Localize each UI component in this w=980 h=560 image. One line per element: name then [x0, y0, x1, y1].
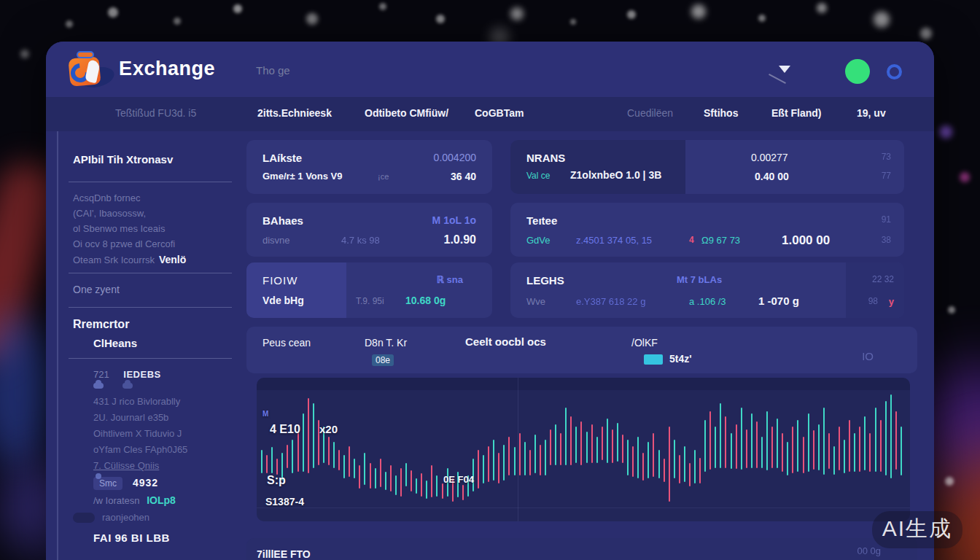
card-row-label: Wve: [526, 296, 545, 307]
filter-col-1[interactable]: Peus cean: [262, 337, 311, 349]
card-leghs[interactable]: LEGHS Mt 7 bLAs 22 32 Wve e.Y387 618 22 …: [510, 262, 904, 318]
card-red-marker: y: [889, 296, 894, 307]
divider: [69, 182, 232, 182]
nav-item-8[interactable]: 19, uv: [857, 107, 886, 119]
card-side-bottom: 77: [882, 171, 891, 181]
card-dark-section: [846, 262, 904, 318]
chart-badge: M: [262, 410, 268, 418]
nav-item-4[interactable]: CoGBTam: [475, 107, 524, 119]
stat-label: IEDEBS: [123, 369, 160, 380]
search-input[interactable]: [256, 61, 351, 79]
brand-title: Exchange: [119, 58, 215, 80]
card-row-mid: 4.7 ks 98: [341, 235, 380, 246]
sidebar-link[interactable]: oYfam Cles FAph0J65: [93, 444, 232, 455]
sidebar-link[interactable]: 7. Cülisse Qniis: [93, 460, 232, 471]
sidebar-single-link[interactable]: One zyent: [73, 284, 232, 295]
card-row-value: 1.000 00: [782, 233, 830, 248]
sidebar-link[interactable]: ol Sbenwo mes Iceais: [73, 223, 232, 234]
sidebar-section2-sub[interactable]: ClHeans: [93, 337, 232, 349]
filter-col-2[interactable]: D8n T. Kr: [365, 337, 407, 349]
sidebar-link[interactable]: AcsqDnb fornec: [73, 192, 232, 203]
avatar[interactable]: [845, 59, 870, 84]
card-row-value: 1.0.90: [444, 233, 476, 246]
card-title: LAíkste: [262, 152, 302, 164]
divider: [69, 273, 232, 273]
card-title: BAhaes: [262, 214, 303, 227]
dropdown-underline: [769, 74, 786, 84]
sidebar-link[interactable]: 431 J rico Bivlorablly: [93, 396, 232, 407]
card-row-label: Gme/r± 1 Vons V9: [262, 171, 343, 182]
app-header: Exchange: [46, 42, 934, 97]
ai-watermark: AI生成: [872, 511, 962, 548]
bottom-bar-left: 7illlEE FTO: [257, 548, 311, 560]
filter-bar: Peus cean D8n T. Kr Ceelt oocbl ocs /OlK…: [246, 327, 917, 373]
card-corner: 22 32: [872, 274, 894, 284]
divider: [69, 358, 232, 359]
card-corner2: 98: [868, 296, 878, 306]
status-ring-icon[interactable]: [887, 64, 902, 79]
main-content: LAíkste 0.004200 Gme/r± 1 Vons V9 ¡ce 36…: [246, 131, 917, 560]
card-title: Teıtee: [526, 214, 557, 227]
toggle-switch[interactable]: [73, 513, 95, 523]
card-fiolw[interactable]: FIOIW ℝ sna Vde bHg T.9. 95i 10.68 0g: [246, 262, 492, 318]
teal-row-value: IOLp8: [147, 494, 176, 506]
sidebar-link[interactable]: Oi ocv 8 pzwe dl Cercofi: [73, 238, 232, 249]
bottom-bar-right: 00 0g: [857, 545, 881, 556]
card-laikste[interactable]: LAíkste 0.004200 Gme/r± 1 Vons V9 ¡ce 36…: [246, 140, 492, 194]
nav-item-2[interactable]: 2itts.Echnieesk: [257, 107, 332, 119]
card-dark-section: [510, 140, 685, 194]
card-row-blue: e.Y387 618 22 g: [576, 296, 645, 307]
sidebar-link[interactable]: 2U. Journarl e35b: [93, 412, 232, 423]
nav-item-5[interactable]: Cuedilëen: [627, 107, 673, 119]
filter-col-3[interactable]: Ceelt oocbl ocs: [465, 335, 546, 348]
chevron-down-icon[interactable]: [779, 66, 790, 73]
legend-label[interactable]: 5t4z': [669, 353, 692, 365]
card-row-blue: z.4501 374 05, 15: [576, 235, 652, 246]
filter-col-4[interactable]: /OlKF: [631, 337, 658, 349]
sidebar: APIbil Tih Xtronasv AcsqDnb fornec (CAI'…: [57, 131, 232, 560]
card-side-top: 73: [882, 152, 891, 162]
exchange-logo-icon[interactable]: [68, 49, 110, 91]
card-value: ℝ sna: [437, 274, 463, 285]
bottom-bar: 7illlEE FTO 00 0g: [246, 538, 917, 560]
sidebar-link[interactable]: Oteam Srk IcourrskVenlö: [73, 254, 232, 265]
candlestick-chart: [261, 388, 906, 517]
sidebar-link[interactable]: (CAI', Ibaosossw,: [73, 208, 232, 219]
card-tertee[interactable]: Teıtee 91 GdVe z.4501 374 05, 15 4 Ω9 67…: [510, 203, 904, 257]
chart-label-d: 0E F04: [443, 474, 474, 485]
sidebar-badge-row[interactable]: Smc 4932: [93, 477, 232, 489]
nav-item-3[interactable]: Odtibeto CMfiüw/: [365, 107, 448, 119]
card-row-label: GdVe: [526, 235, 551, 246]
filter-sub-value[interactable]: 08e: [372, 354, 394, 366]
nav-item-1[interactable]: Teßtißud FU3d. i5: [115, 107, 196, 119]
nav-item-7[interactable]: Eßt Fland): [771, 107, 821, 119]
card-mid-top: 0.00277: [751, 152, 788, 163]
card-value: M 1oL 1o: [432, 214, 476, 226]
card-bahaes[interactable]: BAhaes M 1oL 1o disvne 4.7 ks 98 1.0.90: [246, 203, 492, 257]
chart-label-a: 4 E10: [270, 423, 300, 436]
card-row-label: Vde bHg: [262, 295, 304, 306]
card-highlight-section: [246, 262, 346, 318]
legend-swatch: [644, 354, 663, 365]
sidebar-toggle-row: raonjeohen: [73, 512, 232, 523]
stat-number: 721: [93, 369, 109, 380]
card-row-value: 1 -070 g: [758, 295, 799, 307]
card-row-note: ¡ce: [378, 172, 389, 181]
cloud-icons: [93, 383, 232, 389]
main-nav: Teßtißud FU3d. i5 2itts.Echnieesk Odtibe…: [46, 97, 934, 131]
card-value: 0.004200: [434, 152, 476, 163]
sidebar-teal-row[interactable]: /w Ioratesn IOLp8: [93, 494, 232, 506]
sidebar-link[interactable]: Oihtlivem X Tiduvio J: [93, 428, 232, 439]
price-chart-panel[interactable]: M 4 E10 x20 S:p 0E F04 S1387-4: [257, 378, 910, 521]
card-corner2: 38: [882, 235, 891, 245]
chart-label-b: x20: [319, 423, 338, 435]
card-main-value: Z1olxnbeO 1.0 | 3B: [570, 169, 661, 181]
card-row-label: disvne: [262, 235, 290, 246]
sidebar-footer: FAI 96 BI LBB: [93, 532, 232, 544]
card-corner: 91: [882, 214, 891, 225]
card-sub-label: Val ce: [526, 171, 550, 181]
nav-item-6[interactable]: Sftihos: [704, 107, 738, 119]
divider: [69, 307, 232, 308]
card-nrans[interactable]: NRANS Val ce Z1olxnbeO 1.0 | 3B 0.00277 …: [510, 140, 904, 194]
cloud-icon: [93, 383, 104, 389]
